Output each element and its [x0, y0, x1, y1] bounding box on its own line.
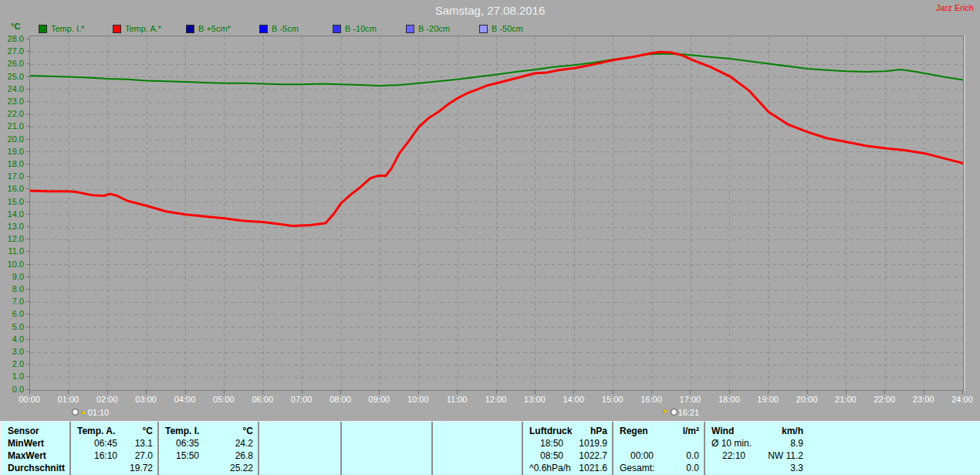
table-column-temp-a: Temp. A.°C 06:4513.1 16:1027.0 19.72 [71, 422, 159, 475]
x-axis-label: 04:00 [168, 395, 202, 404]
y-axis-unit-label: °C [11, 22, 20, 31]
x-axis-tick [884, 390, 885, 394]
y-axis-label: 16.0 [0, 183, 26, 194]
temp-i-swatch-icon [39, 25, 47, 33]
avg-value: 19.72 [130, 462, 153, 474]
y-axis-label: 19.0 [0, 146, 26, 157]
table-column-row-labels: Sensor MinWert MaxWert Durchschnitt [2, 422, 71, 475]
x-axis-tick [496, 390, 497, 394]
row-label-maxwert: MaxWert [2, 450, 69, 462]
max-value: 26.8 [235, 450, 253, 462]
table-column-empty-3 [433, 422, 523, 475]
x-axis-tick [224, 390, 225, 394]
table-column-empty-2 [342, 422, 433, 475]
max-time: 08:50 [529, 450, 563, 462]
y-axis-tick [26, 301, 29, 302]
col-header: Wind [711, 425, 734, 437]
y-axis-label: 21.0 [0, 120, 26, 131]
x-axis-tick [68, 390, 69, 394]
legend-item-b-minus20cm[interactable]: B -20cm [406, 24, 450, 33]
max-time: 22:10 [711, 450, 745, 462]
y-axis-tick [26, 202, 29, 202]
x-axis-label: 19:00 [751, 395, 785, 404]
legend-item-temp-a[interactable]: Temp. A.* [113, 24, 161, 33]
y-axis-label: 0.0 [0, 384, 26, 395]
legend-item-b-plus5cm[interactable]: B +5cm* [186, 24, 231, 33]
y-axis-label: 25.0 [0, 71, 26, 82]
x-axis-tick [418, 390, 419, 394]
arrow-down-icon: ▼ [662, 409, 669, 416]
min-value: 24.2 [235, 437, 253, 450]
max-time: 16:10 [77, 450, 117, 462]
x-axis-tick [457, 390, 458, 394]
legend-label: Temp. A.* [125, 24, 161, 33]
y-axis-label: 22.0 [0, 108, 26, 119]
y-axis-label: 4.0 [0, 334, 26, 344]
b-minus10cm-swatch-icon [333, 25, 341, 33]
y-axis-tick [26, 376, 29, 377]
max-value: NW 11.2 [768, 450, 803, 462]
min-time: 06:35 [165, 437, 199, 450]
col-unit: hPa [590, 425, 607, 437]
legend-item-temp-i[interactable]: Temp. I.* [39, 24, 84, 33]
b-minus5cm-swatch-icon [259, 25, 268, 33]
x-axis-tick [729, 390, 730, 394]
y-axis-label: 24.0 [0, 83, 26, 94]
y-axis-tick [26, 264, 29, 265]
y-axis-label: 27.0 [0, 46, 26, 56]
x-axis-label: 08:00 [323, 395, 357, 404]
event-marker-rise: ▲01:10 [71, 407, 109, 417]
y-axis-label: 8.0 [0, 283, 26, 294]
x-axis-label: 09:00 [362, 395, 396, 404]
x-axis-label: 06:00 [245, 395, 279, 404]
moon-icon [72, 409, 79, 416]
y-axis-tick [26, 289, 29, 290]
y-axis-label: 11.0 [0, 246, 26, 256]
y-axis-tick [26, 188, 29, 189]
x-axis-label: 24:00 [945, 395, 979, 404]
x-axis-tick [613, 390, 613, 394]
x-axis-tick [768, 390, 769, 394]
y-axis-label: 12.0 [0, 233, 26, 244]
col-header: Luftdruck [529, 425, 572, 437]
x-axis-tick [302, 390, 302, 394]
x-axis-label: 05:00 [207, 395, 241, 404]
moon-icon [671, 409, 678, 416]
b-minus50cm-swatch-icon [479, 25, 488, 33]
y-axis-tick [26, 114, 29, 114]
legend-item-b-minus5cm[interactable]: B -5cm [259, 24, 299, 33]
x-axis-tick [962, 390, 963, 394]
legend-label: B +5cm* [198, 24, 231, 33]
event-marker-set: ▼16:21 [661, 407, 699, 417]
x-axis-tick [807, 390, 808, 394]
x-axis-tick [573, 390, 574, 394]
y-axis-tick [26, 351, 29, 352]
col-header: Temp. I. [165, 425, 199, 437]
temperature-chart-plot-area[interactable] [29, 36, 964, 391]
x-axis-label: 13:00 [518, 395, 552, 404]
y-axis-label: 14.0 [0, 209, 26, 219]
y-axis-label: 23.0 [0, 96, 26, 107]
y-axis-tick [26, 76, 29, 77]
avg10-label: Ø 10 min. [711, 437, 752, 450]
y-axis-tick [26, 277, 29, 277]
y-axis-label: 5.0 [0, 321, 26, 332]
x-axis-label: 17:00 [673, 395, 707, 404]
y-axis-label: 2.0 [0, 358, 26, 369]
x-axis-label: 14:00 [556, 395, 590, 404]
x-axis-tick [535, 390, 536, 394]
y-axis-tick [26, 364, 29, 365]
x-axis-label: 16:00 [634, 395, 668, 404]
total-value: 0.0 [686, 462, 699, 474]
event-marker-time: 16:21 [678, 408, 700, 417]
x-axis-label: 03:00 [129, 395, 163, 404]
legend-item-b-minus10cm[interactable]: B -10cm [333, 24, 377, 33]
x-axis-tick [107, 390, 108, 394]
pressure-tendency: ^0.6hPa/h [529, 462, 571, 474]
event-marker-time: 01:10 [88, 408, 110, 417]
x-axis-label: 01:00 [51, 395, 85, 404]
legend-item-b-minus50cm[interactable]: B -50cm [479, 24, 523, 33]
y-axis-label: 7.0 [0, 296, 26, 307]
table-column-empty-1 [259, 422, 342, 475]
table-column-temp-i: Temp. I.°C 06:3524.2 15:5026.8 25.22 [159, 422, 259, 475]
